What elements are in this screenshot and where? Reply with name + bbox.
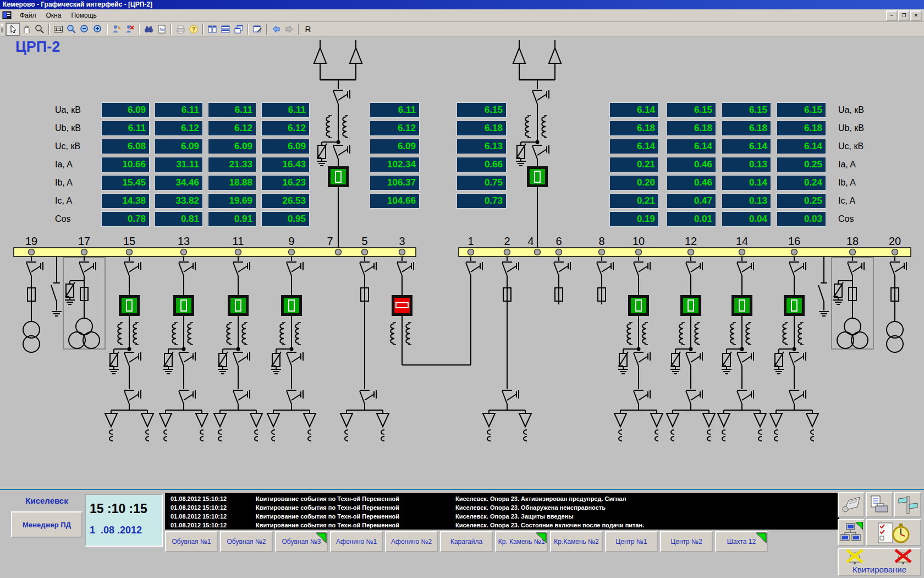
- feeder-10: [614, 257, 663, 441]
- event-log-row[interactable]: 01.08.2012 15:10:12Квитирование события …: [165, 513, 839, 522]
- printer-icon: [175, 24, 185, 34]
- pd-manager-button[interactable]: Менеджер ПД: [11, 511, 82, 538]
- minimize-button[interactable]: –: [886, 10, 898, 21]
- zoom-in-button[interactable]: [91, 23, 105, 35]
- print-log-button[interactable]: [866, 492, 893, 517]
- measurement-value: 6.09: [370, 139, 420, 154]
- event-log-row[interactable]: 01.08.2012 15:10:12Квитирование события …: [165, 495, 839, 504]
- restore-button[interactable]: ❐: [898, 10, 910, 21]
- svg-text:3: 3: [399, 235, 405, 247]
- station-button-карагайла[interactable]: Карагайла: [440, 531, 493, 552]
- station-button-обувная-3[interactable]: Обувная №3: [275, 531, 328, 552]
- measurement-value: 0.24: [777, 175, 826, 190]
- pan-tool-button[interactable]: [20, 23, 33, 35]
- alarm-flag-icon: [316, 532, 327, 543]
- measurement-value: 0.47: [667, 193, 716, 209]
- measurement-label: Cos: [55, 211, 70, 227]
- measurement-value: 0.13: [722, 157, 771, 172]
- svg-text:20: 20: [889, 235, 901, 247]
- close-button[interactable]: ✕: [910, 10, 922, 21]
- report-button[interactable]: [838, 492, 865, 517]
- tile-vertical-button[interactable]: [206, 23, 219, 35]
- feeder-13: [160, 257, 208, 441]
- navigation-button[interactable]: [894, 492, 921, 517]
- measurement-value: 6.14: [609, 102, 659, 118]
- toolbar-separator: [298, 24, 299, 35]
- nav-back-button[interactable]: [270, 23, 283, 35]
- toolbar-separator: [266, 24, 267, 35]
- svg-text:6: 6: [556, 235, 562, 247]
- measurement-value: 33.82: [155, 193, 203, 209]
- station-button-афонино-2[interactable]: Афонино №2: [385, 531, 438, 552]
- cascade-button[interactable]: [232, 23, 245, 35]
- measurement-value: 26.53: [261, 193, 310, 209]
- svg-text:11: 11: [233, 235, 244, 247]
- status-panel: Киселевск Менеджер ПД 15 :10 :15 1 .08 .…: [0, 488, 924, 578]
- event-log[interactable]: 01.08.2012 15:10:12Квитирование события …: [165, 493, 839, 530]
- find-button[interactable]: [142, 23, 155, 35]
- station-button-шахта-12[interactable]: Шахта 12: [715, 531, 768, 552]
- measurement-value: 0.25: [777, 157, 826, 172]
- nav-forward-button[interactable]: [283, 23, 296, 35]
- network-button[interactable]: [838, 519, 865, 546]
- zoom-actual-button[interactable]: 1:1: [52, 23, 65, 35]
- zoom-region-button[interactable]: [65, 23, 78, 35]
- edit-view-button[interactable]: [251, 23, 264, 35]
- menu-file[interactable]: Файл: [15, 10, 41, 20]
- station-button-обувная-1[interactable]: Обувная №1: [165, 531, 218, 552]
- measurement-value: 6.12: [155, 121, 203, 136]
- station-button-кр-камень-1[interactable]: Кр. Камень №1: [495, 531, 548, 552]
- zoom-tool-button[interactable]: [33, 23, 46, 35]
- hand-icon: [21, 24, 31, 34]
- measurement-value: 0.81: [155, 211, 203, 227]
- panel-divider: [0, 489, 924, 490]
- svg-text:№: №: [160, 27, 164, 32]
- station-button-центр-1[interactable]: Центр №1: [605, 531, 658, 552]
- user-delete-button[interactable]: [123, 23, 136, 35]
- measurement-value: 6.13: [457, 139, 507, 154]
- r-mode-button[interactable]: R: [301, 23, 315, 35]
- measurement-value: 6.15: [722, 102, 771, 118]
- station-button-обувная-2[interactable]: Обувная №2: [220, 531, 273, 552]
- zoom-out-button[interactable]: [78, 23, 91, 35]
- user-edit-button[interactable]: [110, 23, 123, 35]
- menu-windows[interactable]: Окна: [42, 10, 66, 20]
- tile-horizontal-button[interactable]: [219, 23, 232, 35]
- event-type: Квитирование события по Техн-ой Переменн…: [256, 495, 399, 502]
- feeder-19: [23, 257, 43, 352]
- tile-horizontal-icon: [221, 24, 230, 34]
- feeder-9: [267, 257, 316, 441]
- measurement-value: 0.73: [457, 193, 507, 209]
- feeder-17: [63, 257, 105, 349]
- cascade-icon: [234, 24, 244, 34]
- event-log-row[interactable]: 01.08.2012 15:10:12Квитирование события …: [165, 522, 839, 530]
- network-icon: [840, 522, 863, 544]
- help-button[interactable]: ?: [187, 23, 200, 35]
- numbers-button[interactable]: №: [155, 23, 168, 35]
- print-button[interactable]: [174, 23, 187, 35]
- mdi-window-buttons: – ❐ ✕: [886, 10, 922, 21]
- task-schedule-button[interactable]: [866, 519, 921, 546]
- measurement-value: 6.14: [609, 139, 659, 154]
- event-message: Киселевск. Опора 23. Состояние включен п…: [455, 522, 644, 528]
- select-tool-button[interactable]: [6, 23, 20, 36]
- toolbar-grip[interactable]: [1, 24, 3, 34]
- alarm-flag-icon: [756, 532, 767, 543]
- station-button-кр-камень-2[interactable]: Кр.Камень №2: [550, 531, 603, 552]
- measurement-value: 6.18: [722, 121, 771, 136]
- menu-help[interactable]: Помощь: [67, 10, 101, 20]
- window-edit-icon: [252, 24, 262, 34]
- mdi-child-icon[interactable]: [2, 11, 12, 20]
- clock-date: 1 .08 .2012: [90, 525, 142, 536]
- forward-arrow-icon: [284, 24, 294, 34]
- measurement-value: 6.09: [208, 139, 256, 154]
- event-log-row[interactable]: 01.08.2012 15:10:12Квитирование события …: [165, 504, 839, 513]
- measurement-value: 0.01: [667, 211, 716, 227]
- acknowledge-button[interactable]: Квитирование: [838, 548, 921, 576]
- ack-bells-icon: [839, 549, 920, 565]
- r-label: R: [305, 24, 311, 34]
- busbar-section-2: [459, 248, 911, 257]
- measurement-value: 0.91: [208, 211, 256, 227]
- station-button-афонино-1[interactable]: Афонино №1: [330, 531, 383, 552]
- station-button-центр-2[interactable]: Центр №2: [660, 531, 713, 552]
